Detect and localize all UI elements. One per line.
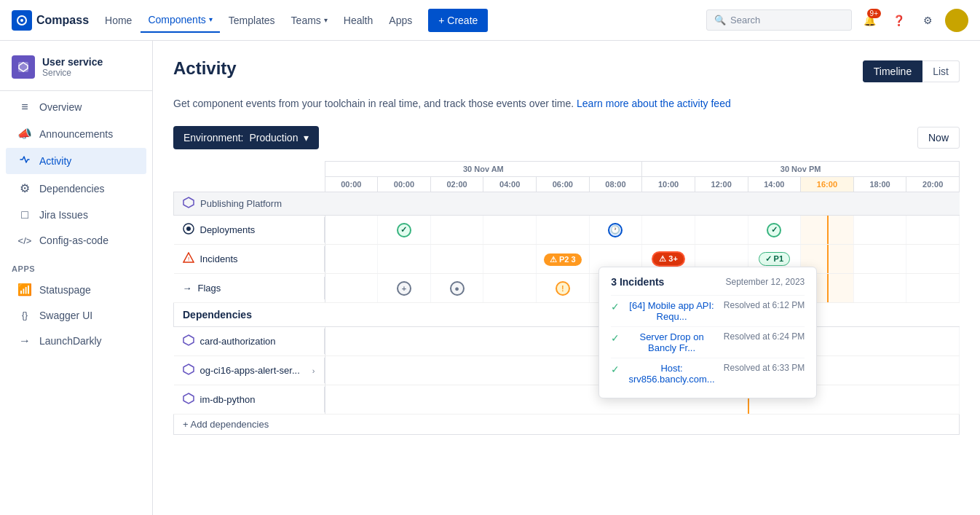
statuspage-icon: 📶	[17, 283, 32, 296]
sidebar-item-config[interactable]: </> Config-as-code	[6, 229, 146, 252]
incidents-icon: !	[183, 252, 194, 266]
search-box[interactable]: 🔍 Search	[706, 9, 852, 31]
pm-header: 30 Nov PM	[642, 162, 960, 177]
tooltip-header: 3 Incidents September 12, 2023	[611, 276, 805, 288]
launchdarkly-icon: →	[17, 334, 32, 347]
time-1600: 16:00	[801, 177, 854, 192]
component-info: User service Service	[42, 56, 103, 78]
flag-orange-exclaim[interactable]: !	[556, 281, 570, 296]
am-header: 30 Nov AM	[325, 162, 642, 177]
environment-button[interactable]: Environment: Production ▾	[173, 126, 319, 149]
logo-icon	[12, 10, 32, 31]
sidebar-item-dependencies[interactable]: ⚙ Dependencies	[6, 176, 146, 201]
deployments-label-cell: Deployments	[174, 216, 325, 245]
time-1800: 18:00	[853, 177, 906, 192]
sidebar-item-statuspage[interactable]: 📶 Statuspage	[6, 277, 146, 302]
flag-ev-4: !	[537, 274, 590, 303]
card-authorization-row: card-authorization	[174, 327, 960, 356]
notifications-button[interactable]: 🔔 9+	[858, 9, 881, 32]
activity-header: Activity Timeline List	[173, 58, 960, 84]
p2-badge[interactable]: ⚠ P2 3	[544, 253, 582, 266]
help-button[interactable]: ❓	[887, 9, 910, 32]
learn-more-link[interactable]: Learn more about the activity feed	[577, 98, 731, 109]
deploy-ev-8: ✓	[748, 216, 801, 245]
time-label-spacer	[174, 177, 325, 192]
publishing-platform-label: Publishing Platform	[200, 198, 282, 209]
deploy-blue-clock[interactable]: 🕐	[608, 223, 623, 237]
user-avatar[interactable]	[945, 9, 968, 32]
incidents-tooltip: 3 Incidents September 12, 2023 ✓ [64] Mo…	[598, 267, 817, 398]
tooltip-text-2[interactable]: Server Drop on Bancly Fr...	[625, 331, 718, 353]
components-chevron-icon: ▾	[209, 15, 213, 23]
env-label: Environment:	[183, 132, 243, 144]
add-dependencies-cell[interactable]: + Add dependencies	[174, 414, 960, 435]
create-button[interactable]: + Create	[428, 9, 488, 32]
announcements-icon: 📣	[17, 127, 32, 141]
timeline-view-button[interactable]: Timeline	[863, 60, 922, 82]
svg-text:!: !	[188, 256, 189, 262]
now-button[interactable]: Now	[917, 127, 960, 149]
tooltip-status-1: Resolved at 6:12 PM	[724, 300, 805, 310]
am-pm-header-row: 30 Nov AM 30 Nov PM	[174, 162, 960, 177]
app-layout: User service Service ≡ Overview 📣 Announ…	[0, 41, 980, 515]
inc-ev-0	[325, 245, 378, 274]
deploy-ev-4	[537, 216, 590, 245]
sidebar-item-launchdarkly[interactable]: → LaunchDarkly	[6, 329, 146, 353]
nav-teams[interactable]: Teams ▾	[284, 9, 335, 32]
topnav-right: 🔍 Search 🔔 9+ ❓ ⚙	[706, 9, 968, 32]
flag-ev-10	[853, 274, 906, 303]
nav-apps[interactable]: Apps	[382, 9, 419, 32]
deploy-ev-10	[853, 216, 906, 245]
deploy-ev-0	[325, 216, 378, 245]
flag-gray-circle[interactable]: ●	[450, 281, 465, 296]
sidebar-item-overview[interactable]: ≡ Overview	[6, 95, 146, 119]
inc-ev-10	[853, 245, 906, 274]
og-ci16-label: og-ci16-apps-alert-ser...	[200, 365, 300, 376]
incidents-cluster-badge[interactable]: ⚠ 3+	[652, 251, 685, 267]
time-0000: 00:00	[325, 177, 378, 192]
tooltip-item-1: ✓ [64] Mobile app API: Requ... Resolved …	[611, 295, 805, 326]
sidebar-item-activity[interactable]: Activity	[6, 148, 146, 174]
og-ci16-icon	[183, 363, 194, 377]
label-header	[174, 162, 325, 177]
time-1400: 14:00	[748, 177, 801, 192]
tooltip-text-1[interactable]: [64] Mobile app API: Requ...	[625, 300, 718, 322]
tooltip-check-icon-2: ✓	[611, 332, 620, 344]
deploy-ev-2	[430, 216, 483, 245]
flag-ev-2: ●	[430, 274, 483, 303]
component-icon	[12, 55, 35, 79]
apps-section-header: APPS	[0, 259, 152, 276]
list-view-button[interactable]: List	[922, 60, 960, 82]
deploy-green-check-2[interactable]: ✓	[767, 223, 781, 237]
inc-ev-1	[378, 245, 431, 274]
tooltip-item-2: ✓ Server Drop on Bancly Fr... Resolved a…	[611, 326, 805, 358]
og-ci16-expand-icon[interactable]: ›	[312, 366, 315, 375]
deploy-green-check-1[interactable]: ✓	[397, 223, 411, 237]
dependencies-icon: ⚙	[17, 181, 32, 195]
settings-button[interactable]: ⚙	[916, 9, 939, 32]
add-dependencies-row: + Add dependencies	[174, 414, 960, 435]
flag-ev-3	[483, 274, 537, 303]
search-icon: 🔍	[714, 15, 726, 25]
deploy-ev-11	[906, 216, 960, 245]
nav-health[interactable]: Health	[336, 9, 380, 32]
logo-text: Compass	[36, 14, 89, 27]
sidebar-item-swagger[interactable]: {} Swagger UI	[6, 304, 146, 327]
og-ci16-label-cell: og-ci16-apps-alert-ser... ›	[174, 356, 325, 385]
nav-components[interactable]: Components ▾	[141, 8, 219, 33]
logo[interactable]: Compass	[12, 10, 89, 31]
tooltip-text-3[interactable]: Host: srv856.bancly.com...	[625, 363, 718, 385]
nav-templates[interactable]: Templates	[221, 9, 282, 32]
flag-gray-plus[interactable]: +	[397, 281, 411, 296]
view-toggle: Timeline List	[863, 60, 960, 82]
env-value: Production	[249, 132, 298, 144]
inc-ev-3	[483, 245, 537, 274]
tooltip-item-3: ✓ Host: srv856.bancly.com... Resolved at…	[611, 358, 805, 389]
timeline-controls: Environment: Production ▾ Now	[173, 126, 960, 149]
p1-badge[interactable]: ✓ P1	[759, 252, 791, 266]
sidebar-item-jira[interactable]: □ Jira Issues	[6, 203, 146, 227]
sidebar-item-announcements[interactable]: 📣 Announcements	[6, 121, 146, 146]
im-db-icon	[183, 393, 194, 406]
nav-home[interactable]: Home	[98, 9, 139, 32]
deploy-ev-1: ✓	[378, 216, 431, 245]
